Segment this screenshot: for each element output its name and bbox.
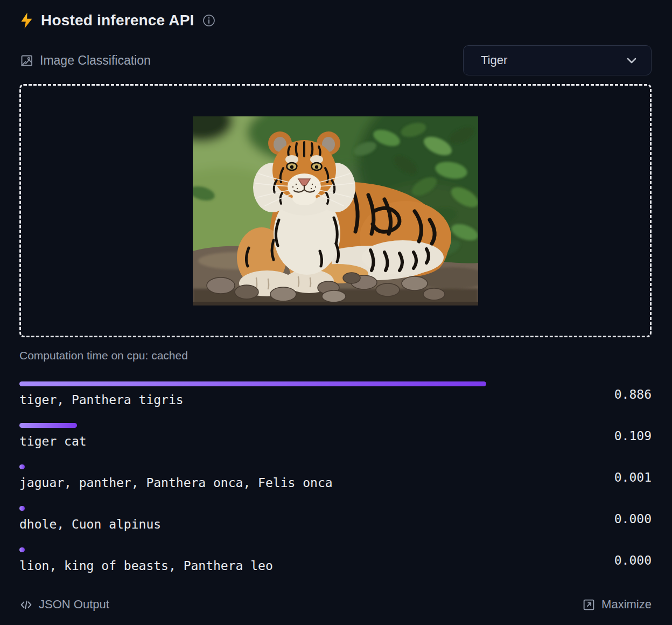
confidence-score: 0.000 bbox=[566, 553, 652, 567]
task-type: Image Classification bbox=[19, 53, 151, 68]
confidence-bar bbox=[19, 464, 546, 469]
computation-time: Computation time on cpu: cached bbox=[19, 349, 652, 362]
class-label: jaguar, panther, Panthera onca, Felis on… bbox=[19, 476, 546, 490]
result-row: lion, king of beasts, Panthera leo 0.000 bbox=[19, 547, 652, 573]
json-output-label: JSON Output bbox=[39, 598, 109, 612]
confidence-bar bbox=[19, 381, 546, 386]
confidence-bar-fill bbox=[19, 506, 25, 511]
lightning-bolt-icon bbox=[19, 12, 34, 29]
result-row: dhole, Cuon alpinus 0.000 bbox=[19, 506, 652, 531]
confidence-score: 0.886 bbox=[566, 387, 652, 401]
confidence-bar-fill bbox=[19, 464, 25, 469]
confidence-bar-fill bbox=[19, 423, 77, 428]
image-classification-icon bbox=[19, 53, 34, 68]
confidence-bar bbox=[19, 423, 546, 428]
result-row: tiger cat 0.109 bbox=[19, 423, 652, 448]
class-label: tiger, Panthera tigris bbox=[19, 393, 546, 407]
json-output-button[interactable]: JSON Output bbox=[19, 598, 109, 612]
tiger-photo bbox=[193, 116, 478, 305]
class-label: dhole, Cuon alpinus bbox=[19, 517, 546, 531]
class-label: lion, king of beasts, Panthera leo bbox=[19, 559, 546, 573]
page-title: Hosted inference API bbox=[41, 12, 194, 29]
selected-example: Tiger bbox=[481, 53, 507, 67]
example-selector-dropdown[interactable]: Tiger bbox=[463, 45, 652, 75]
code-icon bbox=[19, 598, 33, 612]
confidence-bar bbox=[19, 547, 546, 552]
widget-footer: JSON Output Maximize bbox=[19, 598, 652, 612]
inference-widget: Hosted inference API Image Classificatio… bbox=[0, 0, 672, 612]
chevron-down-icon bbox=[625, 54, 638, 67]
result-row: jaguar, panther, Panthera onca, Felis on… bbox=[19, 464, 652, 490]
task-label: Image Classification bbox=[40, 53, 151, 68]
class-label: tiger cat bbox=[19, 434, 546, 448]
confidence-bar-fill bbox=[19, 547, 25, 552]
task-row: Image Classification Tiger bbox=[19, 45, 652, 75]
confidence-bar bbox=[19, 506, 546, 511]
result-row: tiger, Panthera tigris 0.886 bbox=[19, 381, 652, 407]
confidence-bar-fill bbox=[19, 381, 486, 386]
info-icon[interactable] bbox=[202, 14, 215, 27]
image-drop-zone[interactable] bbox=[19, 84, 652, 337]
confidence-score: 0.000 bbox=[566, 512, 652, 526]
maximize-button[interactable]: Maximize bbox=[582, 598, 652, 612]
confidence-score: 0.109 bbox=[566, 429, 652, 443]
maximize-label: Maximize bbox=[601, 598, 652, 612]
widget-header: Hosted inference API bbox=[19, 12, 652, 29]
results-list: tiger, Panthera tigris 0.886 tiger cat 0… bbox=[19, 381, 652, 573]
maximize-icon bbox=[582, 598, 596, 612]
confidence-score: 0.001 bbox=[566, 470, 652, 484]
